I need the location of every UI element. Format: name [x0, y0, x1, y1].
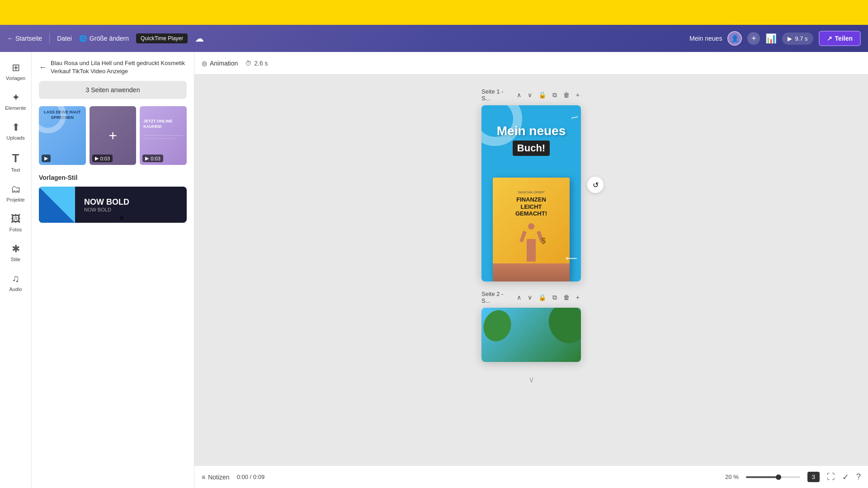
canvas-scroll[interactable]: Seite 1 - S... ∧ ∨ 🔒 ⧉ 🗑 + ~	[194, 75, 868, 465]
page-1-down-btn[interactable]: ∨	[526, 90, 533, 100]
projekte-icon: 🗂	[11, 183, 21, 195]
add-collaborator-button[interactable]: +	[747, 32, 760, 45]
check-icon: ✓	[842, 473, 849, 482]
cloud-save-button[interactable]: ☁	[195, 33, 204, 44]
vorlagen-icon: ⊞	[12, 62, 20, 74]
page-2-label: Seite 2 - S...	[481, 291, 512, 304]
file-label: Datei	[57, 35, 72, 42]
share-button[interactable]: ↗ Teilen	[819, 31, 861, 46]
avatar[interactable]: 👤	[727, 31, 742, 46]
panel-back-button[interactable]: ←	[39, 63, 47, 72]
audio-icon: ♫	[12, 273, 19, 285]
uploads-label: Uploads	[6, 135, 24, 141]
page-1-canvas[interactable]: ~ Mein neues Buch! SASCHA GRIEP	[481, 105, 581, 282]
page-2-add-btn[interactable]: +	[575, 292, 581, 302]
animation-label: Animation	[210, 60, 238, 67]
refresh-button[interactable]: ↺	[587, 177, 604, 193]
sidebar-item-text[interactable]: T Text	[1, 147, 30, 177]
page-2-up-btn[interactable]: ∧	[515, 292, 523, 302]
animation-button[interactable]: ◎ Animation	[202, 60, 238, 67]
page-2-container: Seite 2 - S... ∧ ∨ 🔒 ⧉ 🗑 +	[481, 291, 581, 362]
apply-pages-button[interactable]: 3 Seiten anwenden	[39, 81, 187, 99]
canvas-toolbar: ◎ Animation ⏱ 2.6 s	[194, 52, 868, 75]
projekte-label: Projekte	[6, 197, 24, 202]
page-1-container: Seite 1 - S... ∧ ∨ 🔒 ⧉ 🗑 + ~	[481, 88, 581, 282]
sidebar-item-fotos[interactable]: 🖼 Fotos	[1, 209, 30, 237]
thumb3-text: JETZT ONLINE KAUFEN!	[143, 119, 183, 129]
sidebar-item-uploads[interactable]: ⬆ Uploads	[1, 117, 30, 145]
sidebar-item-vorlagen[interactable]: ⊞ Vorlagen	[1, 57, 30, 85]
elemente-icon: ✦	[12, 92, 20, 103]
zoom-slider-container	[746, 476, 800, 478]
zoom-slider[interactable]	[746, 476, 800, 478]
app-container: ← Startseite Datei 🌐 Größe ändern QuickT…	[0, 25, 868, 488]
expand-button[interactable]: ⛶	[827, 472, 835, 482]
template-thumb-3[interactable]: JETZT ONLINE KAUFEN! —————————————— ▶ 0:…	[140, 106, 187, 165]
play-button[interactable]: ▶ 9.7 s	[782, 33, 813, 45]
size-label: Größe ändern	[90, 35, 129, 42]
book-author: SASCHA GRIEP	[518, 190, 545, 194]
figure-body	[527, 239, 536, 262]
time-value: 2.6 s	[254, 60, 268, 67]
page-1-lock-btn[interactable]: 🔒	[537, 90, 547, 100]
thumb1-badge: ▶	[42, 155, 51, 162]
page-2-canvas[interactable]	[481, 308, 581, 362]
play-icon: ▶	[788, 35, 792, 42]
elemente-label: Elemente	[5, 105, 26, 111]
thumb2-time: 0:03	[100, 156, 110, 161]
home-icon: ←	[7, 35, 14, 42]
share-label: Teilen	[835, 35, 853, 42]
style-info: NOW BOLD NOW BOLD	[80, 194, 187, 216]
page-number-button[interactable]: 3	[807, 472, 820, 482]
style-card[interactable]: NOW BOLD NOW BOLD	[39, 187, 187, 223]
thumb3-content: JETZT ONLINE KAUFEN! ——————————————	[140, 115, 187, 143]
zoom-fill	[746, 476, 778, 478]
style-name: NOW BOLD	[84, 197, 183, 207]
book-title: FINANZEN LEICHT GEMACHT!	[505, 196, 557, 217]
time-display: ⏱ 2.6 s	[245, 60, 268, 67]
zoom-level: 20 %	[725, 474, 739, 480]
expand-icon: ⛶	[827, 472, 835, 481]
page-1-up-btn[interactable]: ∧	[515, 90, 523, 100]
page-2-copy-btn[interactable]: ⧉	[551, 292, 558, 303]
home-label: Startseite	[15, 35, 42, 42]
sidebar-item-stile[interactable]: ✱ Stile	[1, 239, 30, 267]
stile-icon: ✱	[12, 243, 20, 255]
zoom-handle[interactable]	[776, 474, 781, 480]
template-thumb-1[interactable]: LASS DEINE HAUT SPRECHEN ▶	[39, 106, 86, 165]
uploads-icon: ⬆	[12, 122, 20, 133]
dollar-sign: $	[541, 236, 546, 246]
thumb3-time: 0:03	[151, 156, 160, 161]
resize-button[interactable]: 🌐 Größe ändern	[79, 35, 129, 42]
project-title: Mein neues	[689, 35, 722, 42]
page-2-lock-btn[interactable]: 🔒	[537, 292, 547, 302]
play-icon-small: ▶	[44, 155, 48, 161]
template-thumb-2[interactable]: + ▶ 0:03	[90, 106, 137, 165]
play-icon-small2: ▶	[95, 155, 99, 161]
check-button[interactable]: ✓	[842, 472, 849, 482]
sidebar-item-projekte[interactable]: 🗂 Projekte	[1, 179, 30, 207]
sidebar-item-elemente[interactable]: ✦ Elemente	[1, 87, 30, 115]
help-button[interactable]: ?	[856, 472, 861, 482]
page-1-delete-btn[interactable]: 🗑	[562, 90, 571, 100]
bottom-bar: ≡ Notizen 0:00 / 0:09 20 % 3	[194, 465, 868, 488]
page-2-down-btn[interactable]: ∨	[526, 292, 533, 302]
figure-arm-l	[519, 230, 527, 242]
page-1-add-btn[interactable]: +	[575, 90, 581, 100]
panel-title: Blau Rosa und Lila Hell und Fett gedruck…	[51, 59, 187, 75]
thumb2-plus-icon: +	[108, 127, 117, 144]
animation-icon: ◎	[202, 60, 207, 67]
page-2-delete-btn[interactable]: 🗑	[562, 292, 571, 302]
notes-icon: ≡	[202, 474, 205, 481]
page-1-copy-btn[interactable]: ⧉	[551, 90, 558, 100]
canvas-area: ◎ Animation ⏱ 2.6 s Seite 1 - S... ∧ ∨ 🔒	[194, 52, 868, 488]
header-left: ← Startseite Datei 🌐 Größe ändern QuickT…	[7, 33, 682, 44]
size-globe-icon: 🌐	[79, 35, 87, 42]
file-button[interactable]: Datei	[57, 35, 72, 42]
sidebar-item-audio[interactable]: ♫ Audio	[1, 268, 30, 296]
home-button[interactable]: ← Startseite	[7, 35, 42, 42]
fotos-label: Fotos	[9, 227, 22, 232]
notes-button[interactable]: ≡ Notizen	[202, 474, 230, 481]
analytics-button[interactable]: 📊	[765, 33, 777, 44]
thumb3-badge: ▶ 0:03	[142, 155, 163, 162]
